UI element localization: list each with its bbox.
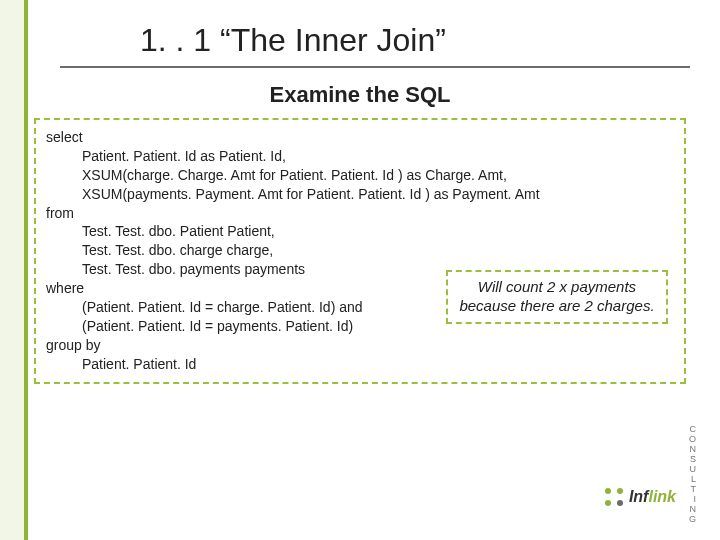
sql-line: Patient. Patient. Id as Patient. Id,: [46, 147, 674, 166]
sql-line: XSUM(payments. Payment. Amt for Patient.…: [46, 185, 674, 204]
sql-line: Patient. Patient. Id: [46, 355, 674, 374]
sql-code-box: select Patient. Patient. Id as Patient. …: [34, 118, 686, 384]
sql-line: select: [46, 128, 674, 147]
sql-line: Test. Test. dbo. Patient Patient,: [46, 222, 674, 241]
callout-note: Will count 2 x payments because there ar…: [446, 270, 668, 324]
sql-line: XSUM(charge. Charge. Amt for Patient. Pa…: [46, 166, 674, 185]
logo-subtext: C O N S U L T I N G: [689, 424, 698, 524]
slide-subtitle: Examine the SQL: [0, 82, 720, 108]
logo-text: Inflink: [629, 488, 676, 506]
sql-line: Test. Test. dbo. charge charge,: [46, 241, 674, 260]
slide-title: 1. . 1 “The Inner Join”: [140, 22, 446, 59]
side-accent-line: [24, 0, 28, 540]
side-accent-bar: [0, 0, 24, 540]
sql-line: group by: [46, 336, 674, 355]
logo-mark-icon: [603, 486, 625, 508]
title-underline: [60, 66, 690, 68]
sql-line: from: [46, 204, 674, 223]
logo-text-b: link: [648, 488, 676, 505]
logo-text-a: Inf: [629, 488, 649, 505]
